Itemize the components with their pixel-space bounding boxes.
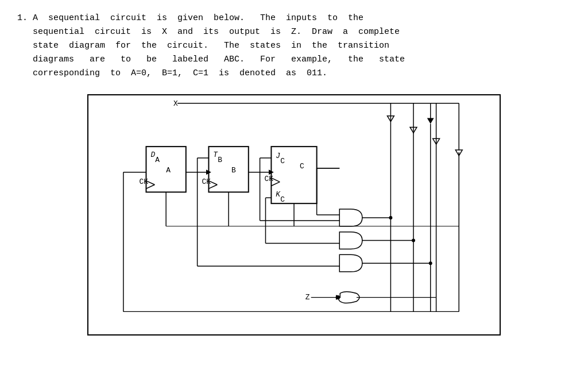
svg-text:A: A <box>166 166 171 175</box>
svg-text:C: C <box>300 162 304 171</box>
circuit-diagram: X D A A CK T B B CK J <box>87 94 501 336</box>
svg-point-49 <box>429 261 432 265</box>
problem-text: 1. A sequential circuit is given below. … <box>17 11 571 80</box>
svg-text:B: B <box>231 166 236 175</box>
svg-text:Z: Z <box>305 293 310 302</box>
x-label: X <box>173 99 178 108</box>
svg-text:C: C <box>280 195 285 204</box>
svg-text:D: D <box>150 151 155 159</box>
svg-text:B: B <box>218 156 222 164</box>
svg-text:C: C <box>280 157 285 165</box>
svg-marker-2 <box>427 118 434 124</box>
svg-point-47 <box>389 216 392 219</box>
svg-text:A: A <box>155 156 160 164</box>
svg-point-48 <box>412 239 415 242</box>
svg-text:J: J <box>276 152 280 160</box>
